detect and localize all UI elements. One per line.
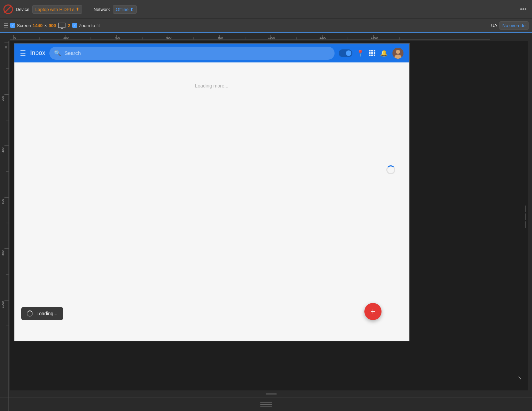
ruler-v-svg: 0 200 400 600 800 1000 [0, 41, 10, 411]
app-search-icon: 🔍 [54, 50, 61, 56]
svg-point-45 [396, 50, 400, 54]
bottom-bar-line-1 [260, 402, 272, 403]
resize-handle-lines [525, 206, 526, 228]
network-selector[interactable]: Offline ⬍ [113, 5, 137, 14]
ruler-horizontal: 0 200 400 600 800 1000 1200 1400 [10, 33, 528, 41]
toolbar-row1: Device Laptop with HiDPI s ⬍ Network Off… [0, 0, 532, 19]
screen-height: 900 [49, 23, 56, 28]
svg-text:0: 0 [5, 46, 7, 49]
app-header: ☰ Inbox 🔍 Search 📍 [14, 44, 409, 62]
device-screen: ☰ Inbox 🔍 Search 📍 [14, 43, 410, 341]
no-symbol-icon[interactable] [3, 4, 13, 14]
toolbar-divider [88, 4, 88, 14]
app-user-avatar[interactable] [392, 48, 403, 59]
device-arrow-icon: ⬍ [76, 7, 79, 12]
screen-checkbox-group: ✓ Screen 1440 × 900 [10, 23, 56, 28]
hamburger-icon[interactable]: ☰ [3, 22, 8, 29]
ruler-h-svg: 0 200 400 600 800 1000 1200 1400 [10, 33, 528, 41]
app-body: Loading more... + Loading... [14, 62, 409, 341]
ruler-vertical: 0 200 400 600 800 1000 [0, 41, 10, 390]
toolbar-left: Device Laptop with HiDPI s ⬍ Network Off… [3, 4, 518, 14]
screen-dpr-icon [58, 23, 65, 28]
screen-x: × [44, 23, 47, 28]
zoom-checkbox-group: ✓ Zoom to fit [72, 23, 100, 28]
toolbar-row2: ☰ ✓ Screen 1440 × 900 2 ✓ Zoom to fit UA… [0, 19, 532, 33]
app-search-bar[interactable]: 🔍 Search [49, 47, 335, 60]
toast-spinner-icon [27, 310, 33, 317]
zoom-checkbox[interactable]: ✓ [72, 23, 77, 28]
content-spinner [386, 165, 395, 174]
svg-text:600: 600 [1, 199, 4, 204]
svg-text:1000: 1000 [268, 36, 275, 39]
bottom-bar [0, 397, 532, 411]
network-label: Network [94, 7, 110, 12]
fab-plus-icon: + [371, 307, 375, 316]
svg-text:800: 800 [1, 250, 4, 256]
ua-value: No override [503, 23, 525, 28]
more-options-button[interactable]: ••• [518, 6, 529, 13]
svg-text:600: 600 [166, 36, 171, 39]
screen-width: 1440 [33, 23, 43, 28]
main-area: 0 200 400 600 800 1000 1200 1400 [0, 33, 532, 397]
app-toggle[interactable] [339, 49, 352, 57]
svg-text:200: 200 [1, 96, 4, 101]
ua-label: UA [491, 23, 497, 28]
loading-more-text: Loading more... [195, 83, 228, 89]
spinner-icon [386, 165, 395, 174]
network-arrow-icon: ⬍ [130, 7, 134, 12]
svg-text:800: 800 [218, 36, 223, 39]
screen-checkbox[interactable]: ✓ [10, 23, 15, 28]
corner-resize-icon[interactable]: ↖ [518, 375, 522, 381]
app-title: Inbox [30, 49, 45, 57]
ua-selector[interactable]: No override [499, 21, 529, 30]
resize-line-1 [525, 206, 526, 212]
screen-checkbox-label: Screen [17, 23, 31, 28]
svg-text:1200: 1200 [319, 36, 326, 39]
app-grid-icon[interactable] [369, 50, 375, 56]
canvas-area[interactable]: ☰ Inbox 🔍 Search 📍 [10, 41, 528, 390]
bottom-bar-line-2 [260, 404, 272, 405]
resize-line-2 [525, 213, 526, 220]
bottom-handle-line-2 [266, 395, 277, 395]
svg-text:1000: 1000 [1, 301, 4, 308]
device-value: Laptop with HiDPI s [35, 7, 74, 12]
resize-line-3 [525, 221, 526, 228]
svg-text:200: 200 [63, 36, 69, 39]
app-menu-icon[interactable]: ☰ [20, 49, 26, 57]
app-bell-icon[interactable]: 🔔 [380, 49, 388, 57]
bottom-handle-line-1 [266, 393, 277, 394]
app-icons: 📍 🔔 [356, 48, 403, 59]
loading-toast: Loading... [21, 307, 63, 320]
svg-text:1400: 1400 [371, 36, 378, 39]
svg-text:0: 0 [14, 36, 16, 39]
right-resize-handle[interactable] [524, 50, 528, 384]
bottom-bar-line-3 [260, 406, 272, 407]
svg-text:400: 400 [115, 36, 120, 39]
svg-text:400: 400 [1, 148, 4, 153]
fab-button[interactable]: + [364, 303, 382, 320]
device-selector[interactable]: Laptop with HiDPI s ⬍ [32, 5, 82, 14]
app-search-placeholder: Search [64, 50, 81, 56]
device-label: Device [16, 7, 29, 12]
network-value: Offline [116, 7, 129, 12]
toast-label: Loading... [36, 311, 58, 316]
bottom-bar-handle[interactable] [260, 402, 272, 407]
dpr-value: 2 [68, 23, 70, 28]
bottom-handle-lines [266, 393, 277, 395]
zoom-label: Zoom to fit [79, 23, 100, 28]
app-location-icon[interactable]: 📍 [356, 49, 364, 57]
bottom-resize-handle[interactable] [10, 390, 532, 397]
